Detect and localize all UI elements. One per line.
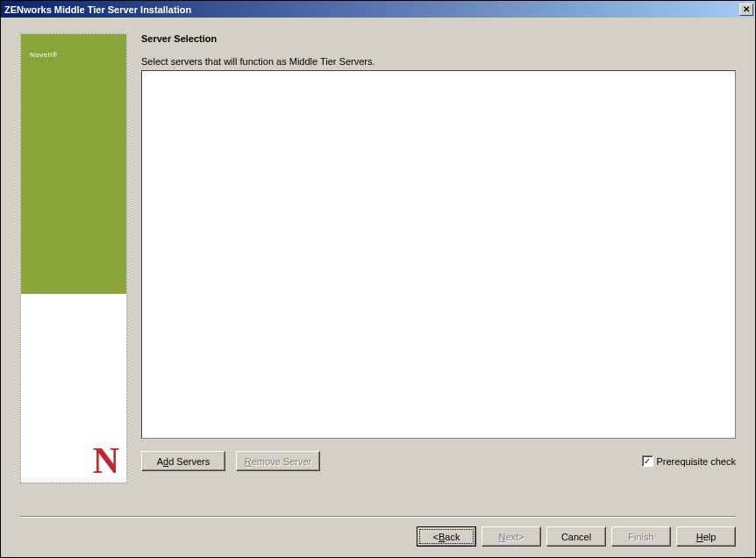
next-button: Next> — [481, 526, 541, 547]
page-instruction: Select servers that will function as Mid… — [141, 56, 736, 67]
help-button[interactable]: Help — [676, 526, 736, 547]
back-button[interactable]: <Back — [417, 526, 476, 547]
titlebar: ZENworks Middle Tier Server Installation… — [1, 1, 755, 18]
prerequisite-label: Prerequisite check — [657, 456, 737, 467]
brand-suffix: ® — [52, 51, 57, 59]
remove-server-button: Remove Server — [236, 451, 320, 471]
brand-text: Novell — [30, 51, 52, 59]
add-servers-button[interactable]: Add Servers — [141, 451, 225, 471]
main-column: Server Selection Select servers that wil… — [141, 33, 736, 504]
close-button[interactable]: ✕ — [739, 4, 753, 16]
brand-banner: Novell® — [21, 34, 126, 294]
sidebar-panel: Novell® N — [20, 33, 127, 483]
checkbox-icon: ✓ — [642, 455, 653, 467]
installer-window: ZENworks Middle Tier Server Installation… — [0, 0, 756, 558]
divider — [20, 516, 736, 518]
wizard-button-row: <Back Next> Cancel Finish Help — [20, 526, 736, 547]
prerequisite-checkbox[interactable]: ✓ Prerequisite check — [642, 455, 737, 467]
sidebar-lower: N — [21, 294, 126, 483]
main-row: Novell® N Server Selection Select server… — [20, 33, 736, 504]
novell-n-logo: N — [93, 442, 119, 479]
list-action-row: Add Servers Remove Server ✓ Prerequisite… — [141, 451, 736, 471]
cancel-button[interactable]: Cancel — [546, 526, 606, 547]
finish-button: Finish — [611, 526, 671, 547]
content-area: Novell® N Server Selection Select server… — [1, 18, 755, 557]
server-list[interactable] — [141, 70, 736, 439]
window-title: ZENworks Middle Tier Server Installation — [4, 4, 739, 15]
page-heading: Server Selection — [141, 33, 736, 44]
